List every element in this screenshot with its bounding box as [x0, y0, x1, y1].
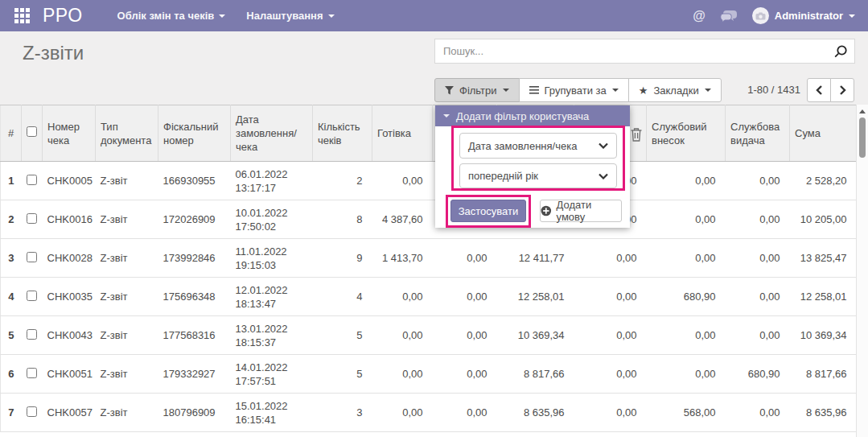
apply-filter-button[interactable]: Застосувати: [450, 200, 526, 222]
scroll-up-arrow[interactable]: [859, 109, 866, 113]
row-select-cell[interactable]: [22, 200, 43, 239]
cell-service-out[interactable]: 0,00: [726, 278, 790, 316]
cell-doc-type[interactable]: Z-звіт: [96, 316, 158, 355]
filter-field-select[interactable]: Дата замовлення/чека: [459, 133, 617, 159]
cell-service-out[interactable]: 0,00: [726, 200, 790, 239]
table-row[interactable]: 1 CHK0005 Z-звіт 166930955 06.01.2022 13…: [1, 162, 857, 200]
cell-hidden-1[interactable]: 0,00: [433, 239, 497, 278]
scrollbar-thumb[interactable]: [859, 117, 866, 158]
cell-order-date[interactable]: 11.01.2022 19:15:03: [231, 239, 313, 278]
cell-cash[interactable]: 0,00: [372, 394, 433, 432]
row-select-cell[interactable]: [22, 162, 43, 200]
table-row[interactable]: 4 CHK0035 Z-звіт 175696348 12.01.2022 18…: [1, 278, 857, 316]
cell-service-out[interactable]: 0,00: [726, 162, 790, 200]
cell-hidden-3[interactable]: 0,00: [574, 316, 647, 355]
row-checkbox[interactable]: [27, 291, 37, 301]
cell-order-date[interactable]: 13.01.2022 18:15:37: [231, 316, 313, 355]
cell-doc-type[interactable]: Z-звіт: [96, 239, 158, 278]
header-service-out[interactable]: Службова видача: [726, 105, 790, 162]
cell-service-in[interactable]: 568,00: [647, 394, 726, 432]
cell-cash[interactable]: 0,00: [372, 355, 433, 394]
cell-service-in[interactable]: 0,00: [647, 355, 726, 394]
row-select-cell[interactable]: [22, 355, 43, 394]
table-row[interactable]: 6 CHK0051 Z-звіт 179332927 14.01.2022 17…: [1, 355, 857, 394]
cell-receipt-number[interactable]: CHK0005: [43, 162, 96, 200]
cell-cash[interactable]: 1 413,70: [372, 239, 433, 278]
cell-receipt-number[interactable]: CHK0043: [43, 316, 96, 355]
cell-service-in[interactable]: 0,00: [647, 162, 726, 200]
cell-receipt-number[interactable]: CHK0028: [43, 239, 96, 278]
cell-receipts-count[interactable]: 9: [313, 239, 372, 278]
header-receipts-count[interactable]: Кількість чеків: [313, 105, 372, 162]
cell-receipt-number[interactable]: CHK0035: [43, 278, 96, 316]
cell-hidden-1[interactable]: 0,00: [433, 394, 497, 432]
menu-accounting[interactable]: Облік змін та чеків: [107, 0, 237, 31]
cell-doc-type[interactable]: Z-звіт: [96, 355, 158, 394]
cell-receipt-number[interactable]: CHK0057: [43, 394, 96, 432]
header-doc-type[interactable]: Тип документа: [96, 105, 158, 162]
cell-order-date[interactable]: 12.01.2022 18:13:47: [231, 278, 313, 316]
cell-order-date[interactable]: 10.01.2022 17:50:02: [231, 200, 313, 239]
cell-total[interactable]: 10 369,34: [790, 316, 857, 355]
chat-icon[interactable]: [720, 10, 738, 23]
row-select-cell[interactable]: [22, 278, 43, 316]
cell-fiscal-number[interactable]: 180796909: [158, 394, 231, 432]
cell-hidden-1[interactable]: 0,00: [433, 355, 497, 394]
row-checkbox[interactable]: [27, 213, 37, 224]
add-custom-filter-header[interactable]: Додати фільтр користувача: [435, 105, 630, 126]
cell-receipts-count[interactable]: 3: [313, 394, 372, 432]
cell-doc-type[interactable]: Z-звіт: [96, 394, 158, 432]
cell-receipts-count[interactable]: 2: [313, 162, 372, 200]
row-select-cell[interactable]: [22, 316, 43, 355]
header-cash[interactable]: Готівка: [372, 105, 433, 162]
cell-hidden-1[interactable]: 0,00: [433, 278, 497, 316]
mentions-icon[interactable]: @: [693, 9, 706, 23]
table-row[interactable]: 2 CHK0016 Z-звіт 172026909 10.01.2022 17…: [1, 200, 857, 239]
header-receipt-number[interactable]: Номер чека: [43, 105, 96, 162]
cell-receipt-number[interactable]: CHK0051: [43, 355, 96, 394]
cell-service-out[interactable]: 0,00: [726, 394, 790, 432]
cell-hidden-1[interactable]: 0,00: [433, 316, 497, 355]
cell-fiscal-number[interactable]: 166930955: [158, 162, 231, 200]
row-checkbox[interactable]: [27, 368, 37, 378]
vertical-scrollbar[interactable]: [856, 105, 868, 437]
cell-cash[interactable]: 0,00: [372, 278, 433, 316]
header-fiscal-number[interactable]: Фіскальний номер: [158, 105, 231, 162]
cell-receipts-count[interactable]: 5: [313, 316, 372, 355]
pager-next-button[interactable]: [830, 78, 854, 102]
cell-fiscal-number[interactable]: 175696348: [158, 278, 231, 316]
cell-total[interactable]: 13 825,47: [790, 239, 857, 278]
filter-value-select[interactable]: попередній рік: [459, 163, 617, 188]
cell-receipts-count[interactable]: 5: [313, 355, 372, 394]
cell-receipt-number[interactable]: CHK0016: [43, 200, 96, 239]
cell-service-in[interactable]: 0,00: [647, 239, 726, 278]
filters-button[interactable]: Фільтри: [434, 78, 520, 102]
group-by-button[interactable]: Групувати за: [519, 78, 629, 102]
select-all-checkbox[interactable]: [27, 126, 37, 137]
cell-hidden-2[interactable]: 12 258,01: [497, 278, 574, 316]
pager-previous-button[interactable]: [807, 78, 831, 102]
cell-service-out[interactable]: 0,00: [726, 316, 790, 355]
header-total[interactable]: Сума: [790, 105, 857, 162]
table-row[interactable]: 5 CHK0043 Z-звіт 177568316 13.01.2022 18…: [1, 316, 857, 355]
cell-order-date[interactable]: 14.01.2022 17:57:51: [231, 355, 313, 394]
cell-hidden-2[interactable]: 8 817,66: [497, 355, 574, 394]
row-select-cell[interactable]: [22, 394, 43, 432]
header-select-all[interactable]: [22, 105, 43, 162]
cell-cash[interactable]: 0,00: [372, 316, 433, 355]
row-select-cell[interactable]: [22, 239, 43, 278]
cell-fiscal-number[interactable]: 177568316: [158, 316, 231, 355]
cell-total[interactable]: 8 635,96: [790, 394, 857, 432]
row-checkbox[interactable]: [27, 329, 37, 340]
cell-hidden-2[interactable]: 12 411,77: [497, 239, 574, 278]
cell-hidden-2[interactable]: 8 635,96: [497, 394, 574, 432]
favorites-button[interactable]: ★ Закладки: [628, 78, 722, 102]
cell-service-in[interactable]: 0,00: [647, 200, 726, 239]
header-service-in[interactable]: Службовий внесок: [647, 105, 726, 162]
cell-cash[interactable]: 0,00: [372, 162, 433, 200]
cell-total[interactable]: 8 817,66: [790, 355, 857, 394]
cell-cash[interactable]: 4 387,60: [372, 200, 433, 239]
cell-total[interactable]: 10 205,00: [790, 200, 857, 239]
cell-doc-type[interactable]: Z-звіт: [96, 278, 158, 316]
cell-fiscal-number[interactable]: 179332927: [158, 355, 231, 394]
